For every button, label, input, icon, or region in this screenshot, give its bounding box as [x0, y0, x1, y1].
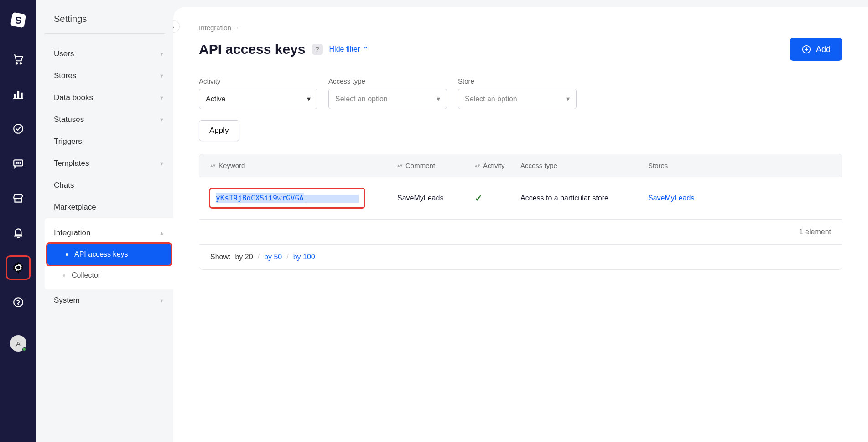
store-link[interactable]: SaveMyLeads	[648, 194, 694, 202]
presence-dot-icon	[22, 347, 26, 351]
chevron-down-icon: ▾	[437, 95, 440, 103]
help-icon[interactable]	[7, 291, 29, 313]
bell-icon[interactable]	[7, 222, 29, 244]
chevron-down-icon: ▼	[159, 73, 164, 79]
pager-by-100[interactable]: by 100	[293, 253, 315, 261]
svg-point-12	[20, 163, 21, 163]
svg-rect-6	[21, 93, 22, 98]
svg-text:S: S	[15, 15, 22, 26]
api-keys-table: ▴▾Keyword ▴▾Comment ▴▾Activity Access ty…	[199, 154, 842, 270]
bullet-icon	[63, 274, 65, 277]
apply-button[interactable]: Apply	[199, 120, 239, 141]
filter-store-label: Store	[458, 77, 577, 85]
svg-point-2	[16, 63, 17, 64]
analytics-icon[interactable]	[7, 83, 29, 105]
filter-activity-select[interactable]: Active▾	[199, 89, 317, 109]
plus-circle-icon	[801, 44, 811, 54]
sort-icon: ▴▾	[210, 163, 216, 168]
chevron-up-icon: ⌃	[363, 45, 369, 54]
chevron-down-icon: ▼	[159, 298, 164, 303]
chevron-down-icon: ▼	[159, 161, 164, 166]
settings-group-marketplace[interactable]: Marketplace	[45, 196, 173, 218]
chevron-down-icon: ▾	[566, 95, 570, 103]
sort-icon: ▴▾	[397, 163, 403, 168]
svg-point-16	[18, 305, 18, 305]
settings-group-stores[interactable]: Stores▼	[45, 65, 173, 87]
breadcrumb: Integration →	[199, 24, 842, 32]
hide-filter-toggle[interactable]: Hide filter⌃	[329, 45, 369, 54]
filter-access-type-label: Access type	[328, 77, 447, 85]
col-comment[interactable]: ▴▾Comment	[397, 162, 475, 169]
settings-group-system[interactable]: System▼	[45, 289, 173, 311]
svg-point-10	[16, 163, 17, 163]
settings-gear-icon[interactable]	[7, 257, 29, 279]
settings-group-triggers[interactable]: Triggers	[45, 131, 173, 153]
chevron-down-icon: ▼	[159, 51, 164, 57]
settings-group-integration[interactable]: Integration▲	[45, 222, 173, 244]
settings-group-chats[interactable]: Chats	[45, 174, 173, 196]
chevron-down-icon: ▾	[307, 95, 311, 103]
filter-activity-label: Activity	[199, 77, 317, 85]
col-stores: Stores	[648, 162, 831, 169]
table-footer: 1 element	[199, 219, 842, 244]
comment-cell: SaveMyLeads	[397, 194, 475, 202]
filter-store-select[interactable]: Select an option▾	[458, 89, 577, 109]
table-row[interactable]: yKsT9jBoCXSii9wrGVGA SaveMyLeads ✓ Acces…	[199, 177, 842, 219]
settings-panel: Settings Users▼ Stores▼ Data books▼ Stat…	[36, 0, 173, 442]
chevron-up-icon: ▲	[159, 230, 164, 236]
table-pager: Show: by 20 / by 50 / by 100	[199, 244, 842, 269]
help-badge-icon[interactable]: ?	[312, 44, 323, 55]
sort-icon: ▴▾	[475, 163, 480, 168]
logo-icon[interactable]: S	[7, 9, 29, 31]
access-type-cell: Access to a particular store	[520, 194, 648, 202]
avatar[interactable]: A	[10, 335, 26, 352]
settings-group-data-books[interactable]: Data books▼	[45, 87, 173, 109]
store-icon[interactable]	[7, 187, 29, 209]
table-header: ▴▾Keyword ▴▾Comment ▴▾Activity Access ty…	[199, 154, 842, 177]
pager-by-50[interactable]: by 50	[264, 253, 282, 261]
svg-rect-5	[17, 91, 19, 98]
chevron-down-icon: ▼	[159, 117, 164, 122]
api-key-value: yKsT9jBoCXSii9wrGVGA	[216, 193, 304, 203]
svg-point-3	[20, 63, 21, 64]
col-activity[interactable]: ▴▾Activity	[475, 162, 520, 169]
svg-point-14	[17, 266, 20, 269]
check-icon: ✓	[475, 193, 483, 204]
settings-group-statuses[interactable]: Statuses▼	[45, 109, 173, 131]
col-keyword[interactable]: ▴▾Keyword	[210, 162, 397, 169]
pager-by-20[interactable]: by 20	[235, 253, 253, 261]
svg-point-11	[18, 163, 19, 163]
svg-point-8	[14, 124, 23, 133]
cart-icon[interactable]	[7, 48, 29, 70]
avatar-initial: A	[16, 340, 21, 347]
svg-rect-4	[14, 94, 16, 98]
settings-item-collector[interactable]: Collector	[45, 265, 173, 286]
main-content: ‹ Integration → API access keys ? Hide f…	[173, 7, 868, 442]
svg-rect-7	[13, 98, 23, 99]
settings-group-templates[interactable]: Templates▼	[45, 153, 173, 174]
redacted-key-tail	[304, 195, 359, 203]
pager-label: Show:	[210, 253, 230, 261]
settings-sub-integration: Integration▲ API access keys Collector	[45, 218, 173, 289]
chat-icon[interactable]	[7, 153, 29, 174]
chevron-down-icon: ▼	[159, 95, 164, 100]
check-circle-icon[interactable]	[7, 118, 29, 140]
col-access-type: Access type	[520, 162, 648, 169]
filter-access-type-select[interactable]: Select an option▾	[328, 89, 447, 109]
page-title: API access keys	[199, 42, 306, 57]
settings-item-api-keys[interactable]: API access keys	[47, 244, 171, 265]
filters-row: Activity Active▾ Access type Select an o…	[199, 77, 842, 109]
collapse-sidebar-button[interactable]: ‹	[173, 20, 180, 33]
add-button[interactable]: Add	[790, 38, 842, 61]
settings-group-users[interactable]: Users▼	[45, 43, 173, 65]
bullet-icon	[66, 253, 68, 256]
settings-title: Settings	[45, 14, 165, 34]
nav-rail: S A	[0, 0, 36, 442]
keyword-cell: yKsT9jBoCXSii9wrGVGA	[210, 189, 364, 207]
